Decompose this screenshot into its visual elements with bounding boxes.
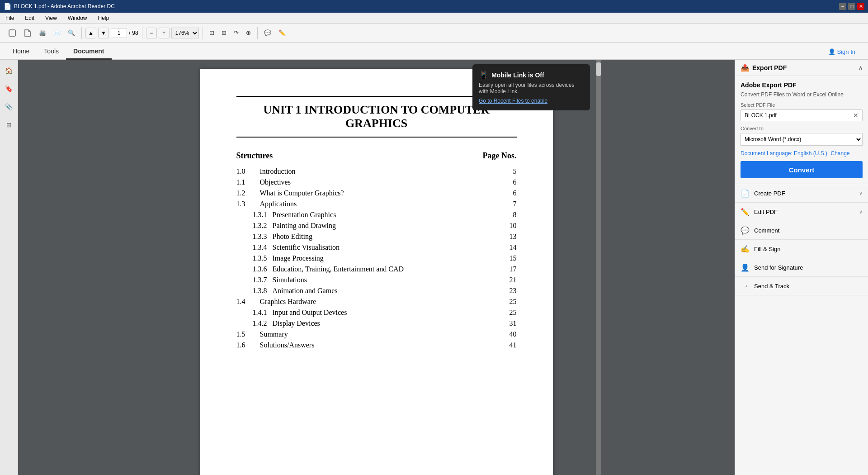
menu-view[interactable]: View [43, 14, 59, 22]
toc-row-page: 31 [503, 319, 517, 328]
comment-toolbar-btn[interactable]: 💬 [261, 28, 274, 38]
toc-row-text: Graphics Hardware [260, 298, 316, 306]
popup-link[interactable]: Go to Recent Files to enable [479, 98, 547, 104]
sidebar-attachment-icon[interactable]: 📎 [2, 100, 16, 114]
zoom-out-btn[interactable]: − [146, 28, 157, 38]
next-page-btn[interactable]: ▼ [98, 28, 109, 38]
toc-row-number: 1.4 [236, 298, 255, 306]
menu-file[interactable]: File [4, 14, 16, 22]
toc-row-text: Photo Editing [273, 233, 312, 241]
menu-window[interactable]: Window [66, 14, 89, 22]
zoom-select[interactable]: 176% 100% 125% 150% 200% [171, 28, 199, 38]
toc-row-number: 1.3.7 [236, 276, 267, 284]
menu-edit[interactable]: Edit [23, 14, 36, 22]
toc-row-page: 13 [503, 233, 517, 241]
toc-row-page: 21 [503, 276, 517, 284]
export-pdf-title: Export PDF [752, 64, 787, 71]
create-pdf-toolbar-btn[interactable] [21, 27, 34, 39]
convert-to-select[interactable]: Microsoft Word (*.docx) Microsoft Excel … [741, 133, 863, 146]
change-lang-btn[interactable]: Change [830, 150, 849, 157]
nav-home[interactable]: Home [5, 44, 37, 60]
toc-row-page: 6 [503, 189, 517, 197]
toc-row: 1.3.1Presentation Graphics8 [236, 209, 517, 220]
fit-width-btn[interactable]: ⊞ [219, 28, 229, 38]
toc-row-text: Education, Training, Entertainment and C… [273, 265, 404, 273]
tool-item-fill_sign[interactable]: ✍️Fill & Sign [735, 240, 868, 258]
page-separator: / [129, 30, 130, 36]
toc-row-text: What is Computer Graphics? [260, 189, 344, 197]
toc-row-number: 1.3.3 [236, 233, 267, 241]
comment-icon: 💬 [741, 226, 750, 235]
tool-item-pdf_edit[interactable]: ✏️Edit PDF∨ [735, 203, 868, 221]
adobe-export-title: Adobe Export PDF [741, 81, 863, 89]
print-btn[interactable]: 🖨️ [36, 28, 49, 38]
convert-button[interactable]: Convert [741, 161, 863, 178]
right-panel: 📤 Export PDF ∧ Adobe Export PDF Convert … [735, 60, 868, 475]
toolbar: 🖨️ ✉️ 🔍 ▲ ▼ 1 / 98 − + 176% 100% 125% 15… [0, 24, 868, 43]
search-btn[interactable]: 🔍 [65, 28, 78, 38]
prev-page-btn[interactable]: ▲ [85, 28, 96, 38]
tool-item-pdf_create[interactable]: 📄Create PDF∨ [735, 184, 868, 203]
toc-row-number: 1.2 [236, 189, 255, 197]
toc-row-number: 1.3.8 [236, 287, 267, 295]
toc-row-number: 1.1 [236, 178, 255, 186]
sidebar-layers-icon[interactable]: ⊞ [2, 118, 16, 132]
toc-row-text: Presentation Graphics [273, 211, 336, 219]
sidebar-bookmark-icon[interactable]: 🔖 [2, 81, 16, 96]
toc-row-text: Scientific Visualisation [273, 243, 340, 252]
email-btn[interactable]: ✉️ [51, 28, 63, 38]
pdf-area[interactable]: ◀ UNIT 1 INTRODUCTION TO COMPUTER GRAPHI… [18, 60, 735, 475]
toc-row: 1.0Introduction5 [236, 166, 517, 177]
window-title: BLOCK 1.pdf - Adobe Acrobat Reader DC [14, 3, 115, 10]
nav-tools[interactable]: Tools [37, 44, 66, 60]
pdf-page: UNIT 1 INTRODUCTION TO COMPUTER GRAPHICS… [200, 69, 553, 475]
left-sidebar: 🏠 🔖 📎 ⊞ [0, 60, 18, 475]
toc-row-text: Animation and Games [273, 287, 338, 295]
toc-row-number: 1.3.2 [236, 222, 267, 230]
tool-item-comment[interactable]: 💬Comment [735, 221, 868, 240]
toc-row: 1.1Objectives6 [236, 177, 517, 188]
scrollbar[interactable] [596, 60, 601, 475]
popup-desc: Easily open all your files across device… [479, 82, 584, 95]
file-input-row: BLOCK 1.pdf ✕ [741, 109, 863, 121]
tool-item-send_track[interactable]: →Send & Track [735, 277, 868, 295]
main-layout: 🏠 🔖 📎 ⊞ ◀ UNIT 1 INTRODUCTION TO COMPUTE… [0, 60, 868, 475]
sign-in-btn[interactable]: 👤 Sign In [821, 45, 863, 59]
rotate-btn[interactable]: ↷ [231, 28, 241, 38]
toc-row: 1.3.3Photo Editing13 [236, 231, 517, 242]
toc-row-number: 1.3.1 [236, 211, 267, 219]
toc-row-number: 1.0 [236, 167, 255, 176]
mobile-link-popup: 📱 Mobile Link is Off Easily open all you… [472, 64, 590, 110]
expand-icon: ∨ [859, 190, 863, 196]
toc-row-text: Solutions/Answers [260, 341, 315, 349]
export-desc: Convert PDF Files to Word or Excel Onlin… [741, 91, 863, 98]
minimize-button[interactable]: − [839, 3, 846, 10]
toc-row: 1.3.6Education, Training, Entertainment … [236, 264, 517, 275]
home-toolbar-btn[interactable] [5, 27, 19, 39]
toc-row-number: 1.3 [236, 200, 255, 208]
toc-row-number: 1.3.4 [236, 243, 267, 252]
panel-collapse-btn[interactable]: ∧ [859, 65, 863, 71]
toc-row-number: 1.6 [236, 341, 255, 349]
tool-item-signature[interactable]: 👤Send for Signature [735, 258, 868, 277]
expand-icon: ∨ [859, 209, 863, 215]
toc-row: 1.4.2Display Devices31 [236, 318, 517, 329]
zoom-in-btn[interactable]: + [159, 28, 170, 38]
fit-page-btn[interactable]: ⊡ [207, 28, 217, 38]
toc-row: 1.6Solutions/Answers41 [236, 340, 517, 351]
toc-row-number: 1.3.6 [236, 265, 267, 273]
sidebar-home-icon[interactable]: 🏠 [2, 63, 16, 78]
pen-btn[interactable]: ✏️ [276, 28, 288, 38]
file-clear-btn[interactable]: ✕ [853, 112, 859, 119]
toc-pages-label: Page Nos. [483, 151, 517, 161]
menu-bar: File Edit View Window Help [0, 13, 868, 24]
marquee-btn[interactable]: ⊕ [243, 28, 254, 38]
nav-document[interactable]: Document [66, 44, 111, 60]
tool-items-container: 📄Create PDF∨✏️Edit PDF∨💬Comment✍️Fill & … [735, 184, 868, 295]
toc-header: Structures Page Nos. [236, 151, 517, 161]
menu-help[interactable]: Help [96, 14, 111, 22]
close-button[interactable]: ✕ [857, 3, 864, 10]
page-number-input[interactable]: 1 [111, 28, 127, 38]
maximize-button[interactable]: □ [848, 3, 855, 10]
app-icon: 📄 [4, 3, 11, 10]
